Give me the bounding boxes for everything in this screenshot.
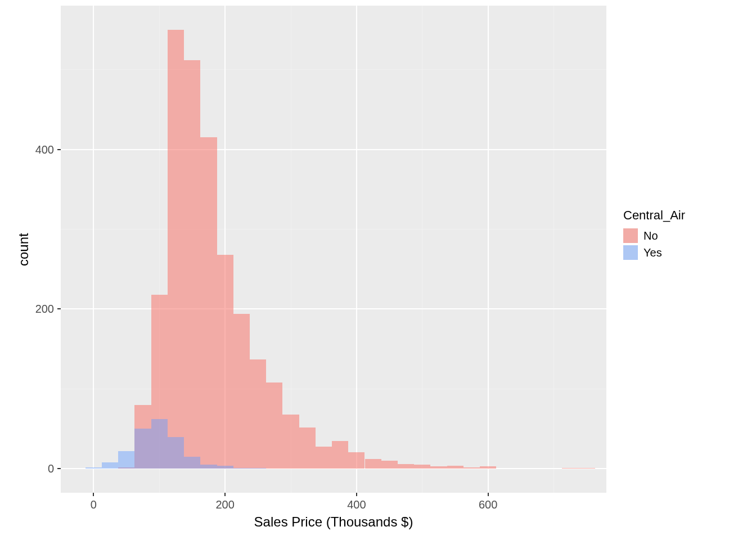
bars-layer [61, 6, 606, 493]
legend-item: Yes [623, 245, 685, 260]
histogram-bar [299, 428, 316, 469]
y-axis-label: count [16, 233, 32, 266]
histogram-bar [282, 415, 299, 469]
histogram-bar [348, 452, 364, 469]
histogram-bar [168, 30, 184, 469]
x-tick [488, 493, 489, 496]
histogram-bar [578, 468, 595, 469]
histogram-bar [86, 467, 102, 469]
legend-key [623, 228, 638, 243]
histogram-bar [168, 437, 184, 469]
histogram-bar [381, 461, 398, 469]
histogram-bar [250, 359, 266, 469]
histogram-bar [414, 465, 430, 469]
legend-item: No [623, 228, 685, 243]
legend-label: Yes [644, 246, 662, 259]
histogram-bar [562, 468, 578, 469]
histogram-bar [233, 468, 250, 469]
histogram-bar [217, 255, 233, 469]
histogram-bar [184, 60, 200, 469]
histogram-bar [134, 429, 151, 469]
histogram-bar [447, 466, 464, 469]
y-tick [57, 308, 61, 309]
histogram-bar [184, 457, 200, 469]
y-tick-label: 0 [20, 462, 54, 475]
y-tick-label: 400 [20, 143, 54, 156]
x-axis-label: Sales Price (Thousands $) [249, 514, 418, 530]
histogram-bar [118, 451, 134, 469]
histogram-bar [480, 466, 496, 469]
y-tick [57, 149, 61, 150]
x-tick-label: 600 [477, 498, 500, 511]
histogram-bar [200, 137, 217, 469]
histogram-bar [233, 314, 250, 469]
legend-title: Central_Air [623, 208, 685, 223]
legend-key [623, 245, 638, 260]
histogram-bar [398, 464, 414, 469]
histogram-chart: Sales Price (Thousands $) count Central_… [0, 0, 756, 540]
legend: Central_Air NoYes [623, 208, 685, 261]
y-tick-label: 200 [20, 303, 54, 316]
x-tick [356, 493, 357, 496]
x-tick [224, 493, 226, 496]
histogram-bar [200, 465, 217, 469]
histogram-bar [316, 447, 332, 469]
histogram-bar [250, 468, 266, 469]
histogram-bar [430, 466, 447, 469]
x-tick-label: 0 [82, 498, 105, 511]
y-tick [57, 468, 61, 469]
histogram-bar [217, 466, 233, 469]
x-tick-label: 400 [345, 498, 368, 511]
x-tick-label: 200 [214, 498, 236, 511]
histogram-bar [332, 441, 348, 469]
histogram-bar [102, 462, 118, 469]
histogram-bar [464, 467, 480, 469]
x-tick [93, 493, 94, 496]
legend-label: No [644, 230, 658, 242]
histogram-bar [365, 459, 381, 469]
histogram-bar [266, 382, 282, 469]
histogram-bar [151, 419, 168, 469]
